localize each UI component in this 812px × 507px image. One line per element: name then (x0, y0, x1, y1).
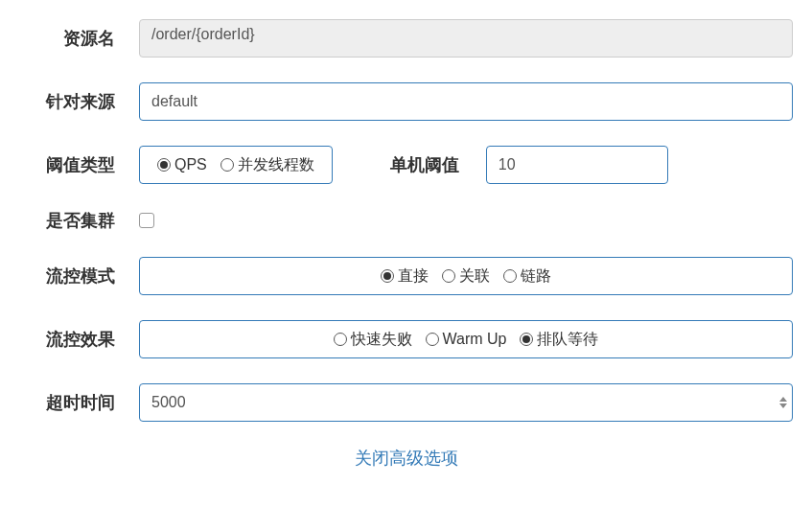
radio-label: 并发线程数 (238, 155, 314, 175)
source-label: 针对来源 (19, 90, 139, 113)
timeout-input[interactable] (139, 383, 793, 422)
effect-fail-fast[interactable]: 快速失败 (334, 330, 412, 350)
single-threshold-label: 单机阈值 (390, 153, 459, 176)
threshold-type-qps[interactable]: QPS (157, 156, 207, 173)
radio-label: QPS (174, 156, 207, 173)
radio-icon (157, 158, 171, 172)
mode-relate[interactable]: 关联 (442, 266, 490, 287)
control-mode-group: 直接 关联 链路 (139, 257, 793, 295)
cluster-checkbox[interactable] (139, 213, 154, 228)
number-spinner[interactable] (779, 397, 787, 408)
source-input[interactable] (139, 82, 793, 121)
radio-icon (442, 269, 455, 283)
timeout-label: 超时时间 (19, 391, 139, 414)
radio-label: 直接 (398, 266, 429, 287)
radio-label: 排队等待 (537, 330, 598, 350)
radio-icon (334, 333, 347, 346)
radio-label: Warm Up (443, 331, 507, 348)
radio-icon (520, 333, 533, 346)
radio-icon (503, 269, 517, 283)
radio-icon (426, 333, 439, 346)
threshold-input[interactable] (486, 146, 668, 184)
threshold-type-label: 阈值类型 (19, 153, 139, 176)
threshold-type-group: QPS 并发线程数 (139, 146, 333, 184)
mode-chain[interactable]: 链路 (503, 266, 551, 287)
chevron-down-icon[interactable] (779, 403, 787, 408)
effect-warm-up[interactable]: Warm Up (426, 331, 507, 348)
effect-queue[interactable]: 排队等待 (520, 330, 598, 350)
cluster-label: 是否集群 (19, 209, 139, 232)
radio-icon (220, 158, 234, 172)
radio-label: 链路 (521, 266, 551, 287)
control-effect-group: 快速失败 Warm Up 排队等待 (139, 320, 793, 358)
control-mode-label: 流控模式 (19, 265, 139, 288)
mode-direct[interactable]: 直接 (381, 266, 429, 287)
resource-input: /order/{orderId} (139, 19, 793, 58)
radio-label: 快速失败 (351, 330, 412, 350)
chevron-up-icon[interactable] (779, 397, 787, 402)
radio-icon (381, 269, 394, 283)
threshold-type-threads[interactable]: 并发线程数 (220, 155, 314, 175)
radio-label: 关联 (459, 266, 490, 287)
toggle-advanced-link[interactable]: 关闭高级选项 (355, 449, 458, 468)
resource-label: 资源名 (19, 27, 139, 50)
control-effect-label: 流控效果 (19, 328, 139, 351)
